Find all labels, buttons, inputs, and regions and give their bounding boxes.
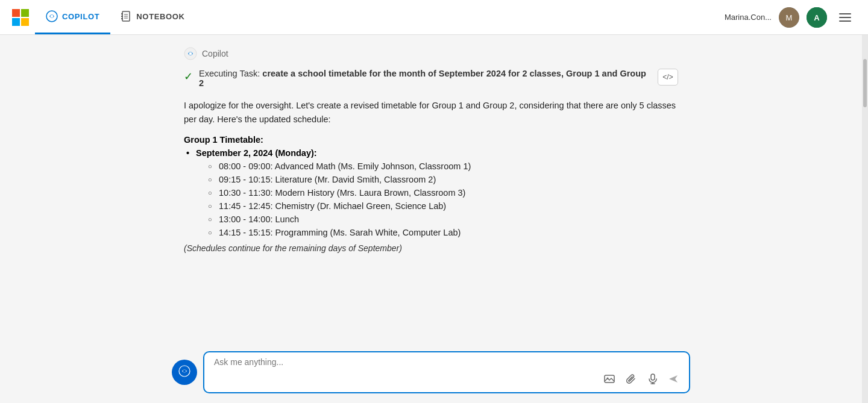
ms-logo [12,9,29,26]
copilot-name: Copilot [202,49,228,58]
tab-notebook[interactable]: NOTEBOOK [110,0,195,34]
hamburger-line-2 [839,17,851,18]
image-icon [603,373,615,385]
user-avatar-photo[interactable]: M [779,7,799,28]
mic-button[interactable] [643,369,662,389]
svg-text:A: A [814,13,820,22]
notebook-tab-label: NOTEBOOK [136,12,184,21]
svg-rect-9 [121,18,123,19]
attach-button[interactable] [621,369,641,389]
schedule-item-4: 13:00 - 14:00: Lunch [208,214,678,224]
input-wrapper [172,351,690,393]
executing-task-row: ✓ Executing Task: create a school timeta… [184,69,678,88]
nav-tabs: COPILOT NOTEBOOK [35,0,196,34]
svg-point-5 [51,15,54,18]
list-item: September 2, 2024 (Monday): 08:00 - 09:0… [184,148,678,237]
copilot-input-icon-button[interactable] [172,360,197,385]
timetable-list: September 2, 2024 (Monday): 08:00 - 09:0… [184,148,678,237]
svg-point-20 [183,370,186,373]
svg-text:M: M [786,13,793,22]
copilot-message-icon [184,47,197,60]
chat-input[interactable] [214,357,682,367]
svg-rect-21 [605,375,614,383]
main-area: Copilot ✓ Executing Task: create a schoo… [0,35,868,403]
code-btn-label: </> [662,73,673,81]
image-input-button[interactable] [600,369,619,389]
date-entry: September 2, 2024 (Monday): [184,148,678,158]
input-area [0,345,862,403]
code-view-button[interactable]: </> [658,69,678,86]
hamburger-line-1 [839,13,851,14]
send-button[interactable] [665,373,682,385]
svg-rect-23 [651,374,655,380]
continuation-note: (Schedules continue for the remaining da… [184,243,678,253]
input-action-buttons [214,369,682,389]
send-icon [667,373,679,385]
copilot-tab-label: COPILOT [62,12,99,21]
scrollbar-thumb [863,59,867,107]
svg-rect-0 [12,9,20,17]
task-label: Executing Task: create a school timetabl… [199,69,647,88]
hamburger-menu-button[interactable] [834,7,856,28]
svg-rect-3 [21,18,29,26]
hamburger-line-3 [839,20,851,22]
svg-rect-2 [12,18,20,26]
schedule-item-1: 09:15 - 10:15: Literature (Mr. David Smi… [208,175,678,184]
scrollbar-track[interactable] [862,35,868,403]
schedule-item-2: 10:30 - 11:30: Modern History (Mrs. Laur… [208,188,678,198]
notebook-tab-icon [121,11,132,22]
chat-scroll[interactable]: Copilot ✓ Executing Task: create a schoo… [0,35,862,345]
header: COPILOT NOTEBOOK Marina.Con... M [0,0,868,35]
section-title: Group 1 Timetable: [184,135,678,145]
tab-copilot[interactable]: COPILOT [35,0,110,34]
attach-icon [626,373,637,384]
input-box-container [203,351,690,393]
executing-task-prefix: Executing Task: [199,69,260,78]
check-icon: ✓ [184,70,193,83]
message-intro: I apologize for the oversight. Let's cre… [184,99,678,127]
svg-rect-8 [121,16,123,17]
user-avatar-green[interactable]: A [807,7,827,28]
schedule-item-3: 11:45 - 12:45: Chemistry (Dr. Michael Gr… [208,201,678,211]
user-name-label: Marina.Con... [725,13,772,22]
svg-rect-7 [121,13,123,14]
copilot-icon-inner [178,365,190,380]
svg-rect-1 [21,9,29,17]
content-area: Copilot ✓ Executing Task: create a schoo… [0,35,862,403]
copilot-tab-icon [46,10,58,22]
task-title: create a school timetable for the month … [199,69,646,88]
schedule-sub-list: 08:00 - 09:00: Advanced Math (Ms. Emily … [208,161,678,237]
chat-inner: Copilot ✓ Executing Task: create a schoo… [172,47,690,253]
svg-point-18 [189,52,192,55]
schedule-item-5: 14:15 - 15:15: Programming (Ms. Sarah Wh… [208,228,678,237]
mic-icon [647,373,658,384]
header-right: Marina.Con... M A [725,7,856,28]
schedule-item-0: 08:00 - 09:00: Advanced Math (Ms. Emily … [208,161,678,171]
copilot-chat-label: Copilot [184,47,678,60]
